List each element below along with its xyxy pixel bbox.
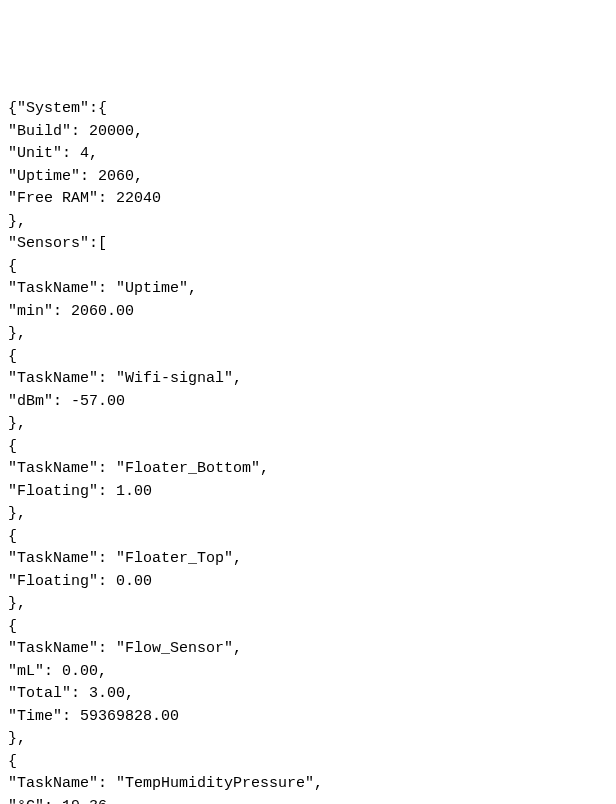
json-text-display: {"System":{ "Build": 20000, "Unit": 4, "… (8, 98, 608, 804)
